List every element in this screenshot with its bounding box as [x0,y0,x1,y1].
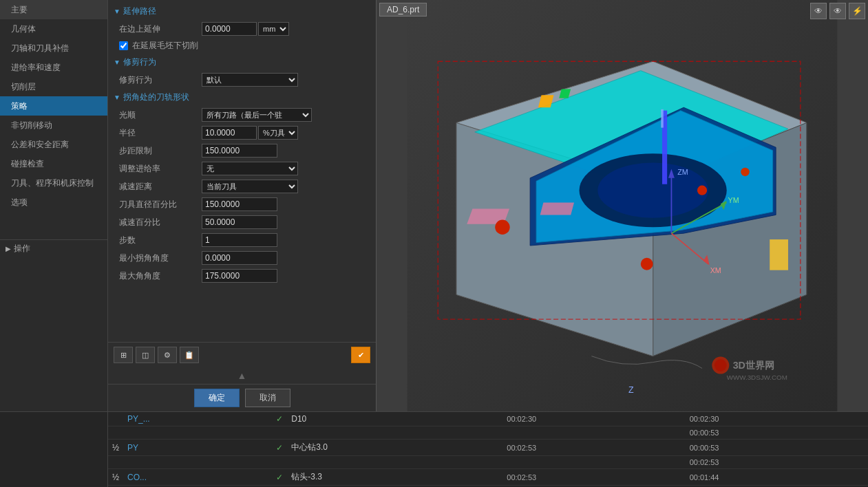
row-check-2 [272,426,287,440]
toolbar-btn-3[interactable]: ⚙ [158,347,177,363]
trim-arrow-icon: ▼ [114,58,120,66]
sidebar-item-main[interactable]: 主要 [0,0,107,19]
tool-dia-pct-row: 刀具直径百分比 [108,195,376,213]
sidebar-item-tool-control[interactable]: 刀具、程序和机床控制 [0,173,107,193]
sidebar-item-axis[interactable]: 刀轴和刀具补偿 [0,39,107,58]
table-row[interactable]: 00:02:53 [108,456,868,469]
toolbar-btn-confirm[interactable]: ✔ [351,347,370,363]
3d-model: ZM YM XM Z 3D世界网 WWW.3DSJW.COM [377,0,868,411]
corner-arrow-icon: ▼ [114,94,120,101]
extend-path-section[interactable]: ▼ 延伸路径 [108,3,376,20]
feed-adjust-row: 调整进给率 无 [108,160,376,177]
row-name-3: PY [123,440,272,456]
steps-input[interactable] [202,233,277,247]
row-time2-1: 00:02:30 [686,412,868,426]
grid-icon: ⊞ [120,351,127,360]
row-check-4 [272,456,287,469]
row-tool-5: 钻头-3.3 [287,469,502,486]
sidebar-item-strategy[interactable]: 策略 [0,96,107,116]
radius-unit-select[interactable]: %刀具 [258,126,298,140]
svg-text:YM: YM [728,196,739,204]
svg-point-13 [495,220,509,235]
row-check-1: ✓ [272,412,287,426]
step-limit-row: 步距限制 [108,142,376,160]
row-check-5: ✓ [272,469,287,486]
toolbar-btn-4[interactable]: 📋 [180,347,199,363]
tool-dia-pct-input[interactable] [202,197,277,211]
svg-text:WWW.3DSJW.COM: WWW.3DSJW.COM [727,374,787,381]
row-time1-5: 00:02:53 [502,469,685,486]
sidebar-item-geometry[interactable]: 几何体 [0,19,107,39]
bottom-area: PY_... ✓ D10 00:02:30 00:02:30 00:00:53 … [0,411,868,487]
smooth-select[interactable]: 所有刀路（最后一个驻 [202,108,312,122]
slow-dist-row: 减速距离 当前刀具 [108,177,376,195]
toolbar-btn-1[interactable]: ⊞ [114,347,133,363]
svg-rect-18 [661,109,664,128]
sidebar-item-cutlevel[interactable]: 切削层 [0,77,107,96]
extend-blank-row: 在延展毛坯下切削 [108,38,376,54]
svg-rect-12 [770,239,788,270]
eye-icon-2[interactable]: 👁 [829,3,846,19]
edge-extend-row: 在边上延伸 mm [108,20,376,38]
radius-input[interactable] [202,126,257,140]
svg-text:ZM: ZM [677,168,688,176]
trim-section[interactable]: ▼ 修剪行为 [108,54,376,71]
steps-row: 步数 [108,231,376,249]
list-icon: ◫ [142,351,149,360]
3d-viewport[interactable]: AD_6.prt 👁 👁 ⚡ [377,0,868,411]
slow-dist-select[interactable]: 当前刀具 [202,180,298,193]
panel-toolbar: ⊞ ◫ ⚙ 📋 ✔ [108,342,376,367]
slow-pct-label: 减速百分比 [119,217,202,228]
trim-behavior-label: 修剪行为 [119,74,202,86]
copy-icon: 📋 [184,351,194,360]
table-row[interactable]: PY_... ✓ D10 00:02:30 00:02:30 [108,412,868,426]
viewport-toolbar: 👁 👁 ⚡ [810,3,865,19]
svg-rect-11 [540,203,574,215]
edge-extend-input[interactable] [202,22,257,36]
min-corner-input[interactable] [202,251,277,265]
step-limit-label: 步距限制 [119,145,202,157]
slow-pct-row: 减速百分比 [108,213,376,231]
min-corner-label: 最小拐角角度 [119,252,202,264]
operation-table-section: PY_... ✓ D10 00:02:30 00:02:30 00:00:53 … [108,412,868,487]
arrow-right-icon: ▶ [6,245,11,252]
flash-icon[interactable]: ⚡ [849,3,865,19]
row-time2-3: 00:00:53 [686,440,868,456]
table-row[interactable]: ½ PY ✓ 中心钻3.0 00:02:53 00:00:53 [108,440,868,456]
operation-table: PY_... ✓ D10 00:02:30 00:02:30 00:00:53 … [108,412,868,486]
sidebar-item-options[interactable]: 选项 [0,193,107,212]
edge-extend-unit-select[interactable]: mm [258,22,289,36]
viewport-tab[interactable]: AD_6.prt [379,3,427,17]
row-check-3: ✓ [272,440,287,456]
sidebar-item-collision[interactable]: 碰撞检查 [0,154,107,173]
svg-point-35 [714,359,727,371]
trim-behavior-row: 修剪行为 默认 [108,71,376,89]
row-time2-4: 00:02:53 [686,456,868,469]
row-time1-1: 00:02:30 [502,412,685,426]
sidebar-item-noncutmove[interactable]: 非切削移动 [0,116,107,135]
sidebar-item-feedrate[interactable]: 进给率和速度 [0,58,107,77]
confirm-button[interactable]: 确定 [194,389,240,407]
row-name-5: CO... [123,469,272,486]
corner-section[interactable]: ▼ 拐角处的刀轨形状 [108,89,376,106]
eye-icon-1[interactable]: 👁 [810,3,827,19]
row-name-4 [123,456,272,469]
sidebar-item-tolerance[interactable]: 公差和安全距离 [0,135,107,154]
row-icon-2 [108,426,123,440]
svg-text:XM: XM [710,266,721,274]
feed-adjust-select[interactable]: 无 [202,162,298,175]
cancel-button[interactable]: 取消 [245,389,290,407]
scroll-up-arrow[interactable]: ▲ [108,367,376,384]
extend-blank-checkbox[interactable] [119,41,128,50]
max-angle-label: 最大角角度 [119,270,202,282]
table-row[interactable]: ½ CO... ✓ 钻头-3.3 00:02:53 00:01:44 [108,469,868,486]
slow-pct-input[interactable] [202,215,277,229]
row-time1-3: 00:02:53 [502,440,685,456]
smooth-row: 光顺 所有刀路（最后一个驻 [108,106,376,124]
step-limit-input[interactable] [202,144,277,158]
trim-behavior-select[interactable]: 默认 [202,73,298,87]
toolbar-btn-2[interactable]: ◫ [136,347,155,363]
max-angle-input[interactable] [202,269,277,283]
table-row[interactable]: 00:00:53 [108,426,868,440]
radius-row: 半径 %刀具 [108,124,376,142]
